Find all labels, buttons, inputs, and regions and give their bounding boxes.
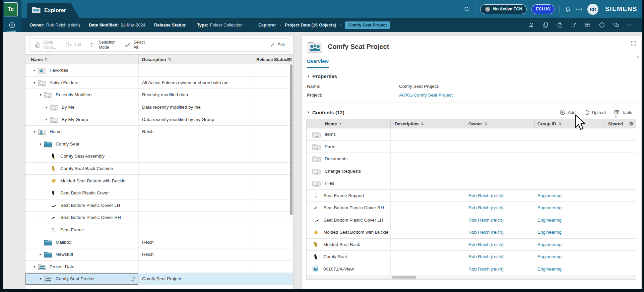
tree-row-comfy-seat-back-cushion[interactable]: Comfy Seat Back Cushion (25, 163, 293, 175)
tree-column-name[interactable]: Name⇅ (25, 55, 139, 64)
contents-settings-gear-icon[interactable]: ⚙ (629, 121, 633, 126)
expander-collapsed-icon[interactable]: ▸ (44, 105, 50, 109)
scrollbar-thumb[interactable] (392, 276, 416, 279)
contents-row-owner[interactable]: Rob Reich (reich) (464, 202, 535, 214)
contents-upload-button[interactable]: Upload (584, 109, 606, 116)
scroll-up-icon[interactable] (635, 55, 639, 59)
contents-row-group[interactable]: Engineering (535, 239, 603, 251)
open-object-icon[interactable] (130, 276, 135, 282)
tree-row-comfy-seat-project[interactable]: ▾Comfy Seat ProjectComfy Seat Project (25, 273, 293, 285)
contents-row-change-requests[interactable]: Change Requests (307, 165, 636, 178)
breadcrumb-item[interactable]: Project Data (16 Objects) (285, 22, 336, 27)
contents-row-seat-bottom-plastic-cover-rh[interactable]: Seat Bottom Plastic Cover RHRob Reich (r… (307, 202, 636, 214)
tree-row-home[interactable]: ▾HomeReich (25, 126, 293, 138)
select-all-button[interactable]: Select All (124, 40, 144, 50)
contents-row-group[interactable] (535, 153, 603, 165)
contents-row-documents[interactable]: Documents (307, 153, 636, 165)
contents-row-owner[interactable] (464, 153, 535, 165)
tree-row-seat-back-plastic-cover[interactable]: Seat Back Plastic Cover (25, 187, 293, 199)
contents-row-001071-a-view[interactable]: 001071/A-ViewRob Reich (reich)Engineerin… (307, 263, 636, 276)
expand-panel-icon[interactable] (630, 40, 636, 46)
contents-row-parts[interactable]: Parts (307, 141, 636, 153)
tree-row-active-folders[interactable]: ▾Active FoldersAll Active Folders owned … (25, 77, 293, 89)
expander-expanded-icon[interactable]: ▾ (31, 81, 38, 84)
contents-row-owner[interactable]: Rob Reich (reich) (464, 190, 535, 202)
contents-row-owner[interactable] (464, 141, 535, 153)
expander-collapsed-icon[interactable]: ▸ (31, 68, 38, 72)
contents-row-molded-seat-back[interactable]: Molded Seat BackRob Reich (reich)Enginee… (307, 239, 636, 251)
contents-row-owner[interactable]: Rob Reich (reich) (464, 263, 535, 275)
contents-row-files[interactable]: Files (307, 177, 636, 190)
active-ecn-pill[interactable]: No Active ECN (480, 4, 527, 14)
contents-column-name[interactable]: Name▼ (307, 119, 391, 128)
contents-row-group[interactable]: Engineering (535, 251, 603, 263)
paste-icon[interactable] (557, 22, 563, 28)
tab-overview[interactable]: Overview (307, 59, 329, 68)
expander-expanded-icon[interactable]: ▾ (31, 130, 38, 133)
search-icon[interactable] (463, 6, 470, 13)
contents-row-comfy-seat[interactable]: Comfy SeatRob Reich (reich)Engineering (307, 251, 636, 263)
tree-row-comfy-seat-assembly[interactable]: Comfy Seat Assembly (25, 150, 293, 163)
more-icon[interactable] (627, 22, 633, 28)
contents-add-button[interactable]: Add (559, 109, 576, 116)
copy-icon[interactable] (542, 22, 549, 28)
cut-icon[interactable] (528, 22, 535, 28)
contents-row-group[interactable] (535, 141, 603, 153)
contents-row-group[interactable] (535, 177, 603, 189)
contents-row-group[interactable]: Engineering (535, 226, 603, 238)
tree-row-by-me[interactable]: ▸By MeData recently modified by me (25, 101, 293, 114)
tree-row-favorites[interactable]: ▸Favorites (25, 64, 293, 77)
contents-row-group[interactable]: Engineering (535, 190, 603, 202)
tree-row-recently-modified[interactable]: ▾Recently ModifiedRecently modified data (25, 89, 293, 101)
contents-row-owner[interactable]: Rob Reich (reich) (464, 251, 535, 263)
contents-row-owner[interactable]: Rob Reich (reich) (464, 239, 535, 251)
more-options-icon[interactable]: ••• (576, 7, 583, 12)
open-icon[interactable] (571, 22, 577, 28)
tree-row-seat-bottom-plastic-cover-rh[interactable]: Seat Bottom Plastic Cover RH (25, 212, 293, 224)
compare-icon[interactable] (613, 22, 619, 28)
contents-row-group[interactable]: Engineering (535, 214, 603, 226)
contents-row-owner[interactable] (464, 165, 535, 177)
contents-row-seat-bottom-plastic-cover-lh[interactable]: Seat Bottom Plastic Cover LHRob Reich (r… (307, 214, 636, 227)
properties-section-header[interactable]: ▼ Properties (302, 68, 641, 82)
contents-row-seat-frame-support[interactable]: Seat Frame SupportRob Reich (reich)Engin… (307, 190, 636, 202)
expander-expanded-icon[interactable]: ▾ (38, 93, 44, 97)
contents-row-group[interactable] (535, 165, 603, 177)
notifications-bell-icon[interactable] (564, 6, 571, 13)
contents-section-header[interactable]: ▼ Contents (12) Add Upload ▾ Table (302, 104, 641, 118)
tree-row-items[interactable]: ▸Items (25, 285, 293, 289)
user-avatar[interactable]: RR (587, 4, 598, 15)
expander-collapsed-icon[interactable]: ▸ (38, 252, 44, 256)
expander-expanded-icon[interactable]: ▾ (31, 265, 38, 269)
project-link[interactable]: A0001-Comfy Seat Project (399, 93, 453, 98)
selection-mode-button[interactable]: Selection Mode (90, 40, 115, 50)
tree-row-seat-frame[interactable]: Seat Frame (25, 224, 293, 236)
contents-row-owner[interactable]: Rob Reich (reich) (464, 214, 535, 226)
region-pill[interactable]: ECI US (531, 4, 555, 14)
contents-row-owner[interactable]: Rob Reich (reich) (464, 226, 535, 238)
tab-explorer[interactable]: Explorer (27, 3, 79, 18)
tree-row-molded-seat-bottom-with-buckle[interactable]: Molded Seat Bottom with Buckle (25, 175, 293, 187)
excel-round-trip-button[interactable]: Excel Roun... ▾ (34, 40, 56, 50)
contents-table-view-button[interactable]: ▾ Table (614, 109, 632, 115)
tree-column-settings-gear-icon[interactable]: ⚙ (286, 57, 291, 62)
contents-row-molded-seat-bottom-with-buckle[interactable]: Molded Seat Bottom with BuckleRob Reich … (307, 226, 636, 239)
expander-expanded-icon[interactable]: ▾ (38, 142, 44, 146)
tree-row-comfy-seat[interactable]: ▾Comfy Seat (25, 138, 293, 151)
tablebig-icon[interactable] (585, 22, 591, 28)
contents-row-items[interactable]: Items (307, 128, 636, 141)
breadcrumb-item[interactable]: Explorer (258, 22, 276, 27)
tree-row-seat-bottom-plastic-cover-lh[interactable]: Seat Bottom Plastic Cover LH (25, 199, 293, 212)
contents-column-group-id[interactable]: Group ID⇅ (535, 119, 603, 128)
contents-row-owner[interactable] (464, 177, 535, 189)
expander-collapsed-icon[interactable]: ▸ (44, 118, 50, 121)
contents-horizontal-scrollbar[interactable] (306, 275, 636, 280)
add-button[interactable]: Add (65, 42, 81, 48)
tree-row-project-data[interactable]: ▾Project Data (25, 261, 293, 273)
contents-column-owner[interactable]: Owner⇅ (464, 119, 535, 128)
tree-scrollbar[interactable] (290, 64, 293, 215)
tree-column-description[interactable]: Description⇅ (139, 55, 253, 64)
contents-row-group[interactable]: Engineering (535, 202, 603, 214)
breadcrumb-current[interactable]: Comfy Seat Project (345, 21, 390, 29)
contents-row-owner[interactable] (464, 128, 535, 140)
